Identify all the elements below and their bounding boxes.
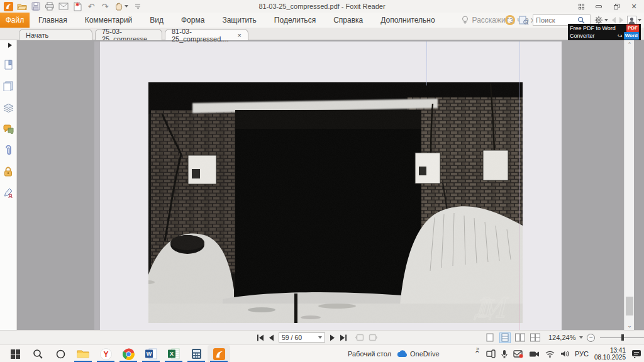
clock-time: 13:41: [610, 347, 626, 354]
doc-tab-75-03-25[interactable]: 75-03-25_compresse...: [95, 29, 162, 40]
notifications-icon[interactable]: [631, 349, 641, 358]
microphone-icon[interactable]: [501, 349, 508, 358]
tab-help[interactable]: Справка: [325, 13, 372, 28]
comments-icon[interactable]: [3, 123, 14, 134]
word-chip: Word: [624, 32, 639, 40]
tab-share[interactable]: Поделиться: [265, 13, 325, 28]
security-lock-icon[interactable]: [3, 166, 14, 177]
save-icon[interactable]: [31, 1, 41, 11]
start-button-icon[interactable]: [4, 345, 26, 362]
last-page-icon[interactable]: [340, 334, 347, 341]
taskbar-search-icon[interactable]: [26, 345, 49, 362]
language-indicator[interactable]: РУС: [575, 350, 589, 358]
scan-fold-line: [519, 41, 520, 330]
doc-tab-label: 81-03-25_compressed....: [172, 28, 229, 43]
customize-toolbar-icon[interactable]: [133, 1, 143, 11]
chrome-icon[interactable]: [117, 345, 140, 362]
pdf-to-word-promo[interactable]: Free PDF to Word PDF Converter ↪ Word: [568, 24, 641, 40]
phone-link-icon[interactable]: [486, 349, 496, 358]
foxit-taskbar-icon[interactable]: [208, 345, 230, 362]
create-pdf-icon[interactable]: ✱: [72, 1, 82, 11]
close-tab-icon[interactable]: ×: [238, 31, 242, 39]
doc-search-icon[interactable]: [519, 16, 529, 25]
hand-tool-icon[interactable]: [114, 1, 129, 11]
document-canvas[interactable]: M Д ⌃ ⌄: [18, 40, 634, 330]
calculator-icon[interactable]: [185, 345, 208, 362]
tab-extras[interactable]: Дополнительно: [372, 13, 443, 28]
tab-form[interactable]: Форма: [172, 13, 213, 28]
foxit-reader-window: ✱ ↶ ↷ 81-03-25_compressed.pdf - Foxit Re…: [0, 0, 644, 362]
layout-grid-icon[interactable]: [572, 0, 590, 13]
svg-text:Y: Y: [103, 349, 108, 358]
next-view-icon[interactable]: [369, 334, 377, 341]
close-icon[interactable]: ✕: [625, 0, 643, 13]
heart-ring-icon[interactable]: [505, 15, 515, 25]
search-icon[interactable]: [577, 16, 585, 24]
prev-view-icon[interactable]: [355, 334, 364, 341]
file-explorer-icon[interactable]: [72, 345, 94, 362]
single-page-view-icon[interactable]: [484, 332, 496, 343]
minimize-icon[interactable]: [590, 0, 608, 13]
yandex-browser-icon[interactable]: Y: [94, 345, 117, 362]
page-number-input[interactable]: [282, 334, 314, 341]
restore-icon[interactable]: [608, 0, 625, 13]
doc-tab-start[interactable]: Начать: [19, 29, 92, 40]
zoom-slider-thumb[interactable]: [621, 334, 624, 341]
print-icon[interactable]: [45, 1, 55, 11]
tab-comment[interactable]: Комментарий: [76, 13, 142, 28]
page-number-box: [279, 332, 325, 343]
attachments-icon[interactable]: [3, 145, 14, 156]
zoom-out-icon[interactable]: −: [587, 334, 595, 342]
facing-view-icon[interactable]: [514, 332, 526, 343]
excel-icon[interactable]: X: [162, 345, 185, 362]
page-dropdown-icon[interactable]: [318, 336, 322, 339]
undo-icon[interactable]: ↶: [86, 1, 96, 11]
layers-icon[interactable]: [3, 102, 14, 113]
expand-panel-icon[interactable]: [8, 43, 12, 48]
zoom-percentage[interactable]: 124,24%: [548, 334, 575, 341]
search-input[interactable]: [533, 16, 577, 24]
onedrive-item[interactable]: OneDrive: [396, 350, 439, 358]
redo-icon[interactable]: ↷: [100, 1, 110, 11]
cortana-icon[interactable]: [49, 345, 72, 362]
scroll-up-icon[interactable]: ⌃: [625, 40, 634, 49]
pages-icon[interactable]: [3, 80, 14, 92]
scan-fold-line: [426, 41, 427, 85]
scrollbar-thumb[interactable]: [626, 297, 633, 315]
desktop-toolbar: Рабочий стол OneDrive: [348, 345, 440, 362]
scroll-down-icon[interactable]: ⌄: [625, 321, 634, 330]
tab-view[interactable]: Вид: [141, 13, 172, 28]
forward-icon[interactable]: [619, 17, 623, 23]
settings-gear-icon[interactable]: [594, 16, 608, 25]
wifi-icon[interactable]: [545, 351, 555, 358]
pdf-page[interactable]: M Д: [94, 41, 562, 330]
next-page-icon[interactable]: [330, 334, 335, 341]
zoom-dropdown-icon[interactable]: [579, 336, 583, 339]
continuous-view-icon[interactable]: [499, 332, 511, 343]
foxit-logo-icon[interactable]: [3, 1, 13, 11]
email-icon[interactable]: [58, 1, 69, 11]
hidden-icons-chevron-icon[interactable]: ⌃: [474, 349, 480, 358]
doc-tab-label: Начать: [26, 31, 48, 39]
tab-file[interactable]: Файл: [0, 13, 30, 28]
doc-tab-81-03-25[interactable]: 81-03-25_compressed.... ×: [165, 29, 248, 40]
first-page-icon[interactable]: [257, 334, 264, 341]
back-icon[interactable]: [612, 17, 616, 23]
vertical-scrollbar[interactable]: ⌃ ⌄: [624, 40, 634, 330]
camera-icon[interactable]: [529, 351, 540, 358]
word-icon[interactable]: W: [140, 345, 162, 362]
continuous-facing-view-icon[interactable]: [530, 332, 541, 343]
signature-icon[interactable]: [3, 187, 14, 199]
zoom-slider[interactable]: [600, 334, 644, 341]
clock-date: 08.10.2025: [594, 354, 626, 361]
tab-protect[interactable]: Защитить: [213, 13, 265, 28]
taskbar-clock[interactable]: 13:41 08.10.2025: [594, 347, 626, 361]
snip-notification-icon[interactable]: [513, 349, 523, 358]
desktop-toolbar-label[interactable]: Рабочий стол: [348, 350, 391, 358]
quick-access-toolbar: ✱ ↶ ↷: [0, 1, 143, 11]
prev-page-icon[interactable]: [269, 334, 274, 341]
bookmarks-icon[interactable]: [3, 59, 14, 70]
tab-home[interactable]: Главная: [30, 13, 76, 28]
volume-icon[interactable]: [560, 350, 569, 358]
open-folder-icon[interactable]: [17, 1, 27, 11]
